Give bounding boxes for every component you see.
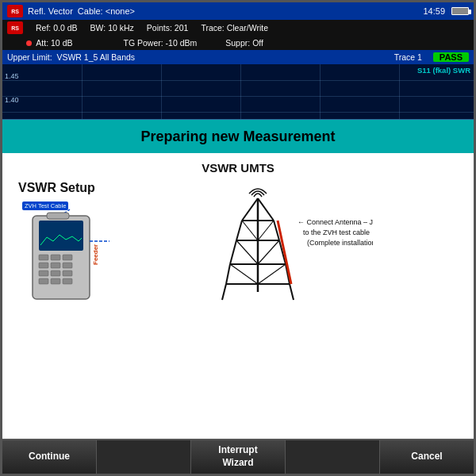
status-bar-left: RS Refl. Vector Cable: <none> — [7, 5, 135, 17]
red-dot — [26, 40, 32, 46]
cable-label: Cable: <none> — [78, 6, 135, 16]
tower-svg: ← Connect Antenna – Jumper – Feeder to t… — [214, 181, 373, 304]
svg-text:← Connect Antenna – Jumper – F: ← Connect Antenna – Jumper – Feeder — [298, 218, 373, 226]
grid-h-3 — [2, 112, 474, 113]
svg-line-39 — [278, 221, 291, 284]
cancel-button[interactable]: Cancel — [380, 440, 474, 474]
grid-v-1 — [82, 64, 83, 119]
grid-h-1 — [2, 80, 474, 81]
interrupt-wizard-button[interactable]: Interrupt Wizard — [191, 440, 286, 474]
svg-rect-11 — [63, 271, 72, 276]
grid-v-5 — [399, 64, 400, 119]
vswr-setup-section: VSWR Setup ZVH Test Cable — [18, 181, 113, 313]
cyan-banner: Preparing new Measurement — [2, 120, 474, 153]
trace1-label: Trace 1 — [394, 52, 422, 62]
banner-text: Preparing new Measurement — [140, 129, 335, 145]
mode-label: Refl. Vector — [28, 6, 73, 16]
y-label-2: 1.40 — [5, 96, 19, 104]
svg-rect-13 — [51, 278, 60, 284]
screen: RS Refl. Vector Cable: <none> 14:59 RS R… — [0, 0, 476, 476]
svg-line-28 — [258, 198, 274, 221]
points-label: Points: 201 — [147, 23, 189, 33]
grid-h-2 — [2, 96, 474, 97]
tg-power-info: TG Power: -10 dBm — [123, 38, 197, 48]
svg-line-25 — [230, 240, 236, 264]
toolbar-spacer-1 — [97, 440, 191, 474]
upper-limit-bar: Upper Limit: VSWR 1_5 All Bands Trace 1 … — [2, 50, 474, 64]
status-bar: RS Refl. Vector Cable: <none> 14:59 — [2, 2, 474, 20]
svg-rect-9 — [39, 271, 48, 276]
content-body: VSWR Setup ZVH Test Cable — [18, 181, 458, 313]
svg-line-23 — [242, 198, 258, 221]
time-label: 14:59 — [423, 6, 445, 16]
upper-limit-label: Upper Limit: VSWR 1_5 All Bands — [7, 52, 135, 62]
svg-rect-5 — [63, 255, 72, 260]
battery-icon — [451, 7, 469, 15]
logo-box-small: RS — [7, 21, 23, 34]
s11-tag: S11 (fkal) SWR — [417, 66, 470, 75]
svg-rect-15 — [47, 213, 69, 219]
svg-rect-10 — [51, 271, 60, 276]
svg-line-35 — [236, 240, 258, 264]
info-bar-2: Att: 10 dB TG Power: -10 dBm Suppr: Off — [2, 36, 474, 50]
device-svg: Feeder — [18, 202, 113, 313]
toolbar: Continue Interrupt Wizard Cancel — [2, 439, 474, 474]
svg-line-24 — [236, 221, 242, 240]
continue-button[interactable]: Continue — [2, 440, 97, 474]
spectrum-area: 1.45 1.40 S11 (fkal) SWR — [2, 64, 474, 120]
spectrum-grid — [2, 64, 474, 119]
svg-rect-4 — [51, 255, 60, 260]
svg-rect-7 — [51, 263, 60, 268]
svg-rect-8 — [63, 263, 72, 268]
bw-label: BW: 10 kHz — [90, 23, 134, 33]
status-bar-right: 14:59 — [423, 6, 469, 16]
rs-logo: RS — [7, 5, 23, 17]
svg-line-34 — [258, 221, 274, 240]
svg-line-27 — [222, 284, 226, 300]
svg-rect-14 — [63, 278, 72, 284]
toolbar-spacer-2 — [286, 440, 380, 474]
svg-line-36 — [258, 240, 279, 264]
svg-text:(Complete installation): (Complete installation) — [307, 239, 373, 247]
vswr-setup-title: VSWR Setup — [18, 181, 95, 195]
grid-v-4 — [320, 64, 321, 119]
svg-line-26 — [226, 264, 230, 284]
svg-rect-12 — [39, 278, 48, 284]
info-bar-1: RS Ref: 0.0 dB BW: 10 kHz Points: 201 Tr… — [2, 20, 474, 36]
grid-v-2 — [161, 64, 162, 119]
svg-rect-3 — [39, 255, 48, 260]
device-container: ZVH Test Cable — [18, 202, 113, 313]
ref-label: Ref: 0.0 dB — [36, 23, 78, 33]
svg-text:to the ZVH test cable: to the ZVH test cable — [303, 228, 370, 236]
vswr-umts-title: VSWR UMTS — [202, 161, 274, 175]
grid-v-3 — [240, 64, 241, 119]
trace-label: Trace: Clear/Write — [201, 23, 268, 33]
suppr-info: Suppr: Off — [225, 38, 263, 48]
tower-section: ← Connect Antenna – Jumper – Feeder to t… — [129, 181, 458, 304]
svg-line-37 — [230, 264, 258, 284]
pass-badge: PASS — [433, 52, 469, 62]
trace-pass-area: Trace 1 PASS — [394, 52, 469, 62]
att-info: Att: 10 dB — [26, 38, 72, 48]
svg-rect-6 — [39, 263, 48, 268]
y-label-1: 1.45 — [5, 72, 19, 80]
main-content: VSWR UMTS VSWR Setup ZVH Test Cable — [2, 153, 474, 439]
svg-text:Feeder: Feeder — [92, 244, 99, 265]
svg-line-38 — [258, 264, 286, 284]
svg-line-33 — [242, 221, 258, 240]
svg-line-32 — [290, 284, 294, 300]
